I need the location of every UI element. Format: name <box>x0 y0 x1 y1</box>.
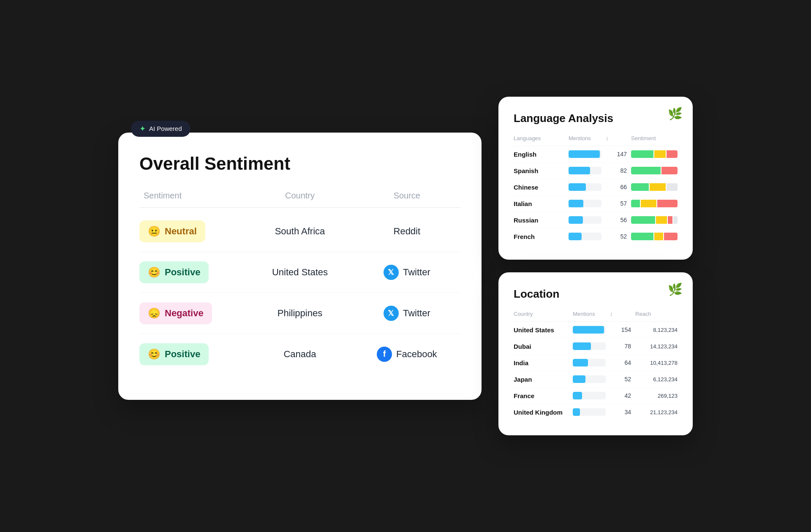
language-row: Russian 56 <box>514 212 678 228</box>
language-row: English 147 <box>514 146 678 163</box>
country-name: United States <box>514 326 569 334</box>
sentiment-cell: 😊 Positive <box>139 261 246 283</box>
negative-icon: 😞 <box>148 307 161 319</box>
country-cell: Philippines <box>246 308 353 319</box>
sentiment-segment <box>657 200 678 207</box>
mentions-count: 42 <box>610 392 631 399</box>
right-panel: 🌿 Language Analysis Languages Mentions ↕… <box>498 97 693 435</box>
sentiment-bar <box>631 233 678 240</box>
mentions-bar-container <box>573 342 606 350</box>
country-cell: Canada <box>246 349 353 360</box>
reach-value: 21,123,234 <box>635 409 678 415</box>
location-row: Dubai 78 14,123,234 <box>514 338 678 355</box>
table-header: Sentiment Country Source <box>139 191 460 208</box>
main-card: Overall Sentiment Sentiment Country Sour… <box>118 133 482 400</box>
lang-header: Languages <box>514 135 564 141</box>
sentiment-segment <box>641 200 656 207</box>
language-analysis-table: Languages Mentions ↕ Sentiment English 1… <box>514 135 678 244</box>
reach-value: 14,123,234 <box>635 343 678 350</box>
sentiment-badge-neutral: 😐 Neutral <box>139 220 205 242</box>
table-row: 😞 Negative Philippines 𝕏 Twitter <box>139 293 460 334</box>
sentiment-segment <box>664 233 678 240</box>
sentiment-header: Sentiment <box>631 135 678 141</box>
twitter-icon: 𝕏 <box>384 306 399 321</box>
mentions-bar-container <box>573 359 606 366</box>
sentiment-segment <box>631 150 653 158</box>
location-table: Country Mentions ↕ Reach United States 1… <box>514 311 678 420</box>
mentions-count: 78 <box>610 343 631 350</box>
mentions-bar-container <box>569 167 601 174</box>
mentions-bar <box>573 326 604 334</box>
location-row: United States 154 8,123,234 <box>514 322 678 338</box>
mentions-bar <box>569 150 600 158</box>
location-title: Location <box>514 288 678 301</box>
sentiment-label: Positive <box>165 349 200 360</box>
sentiment-bar <box>631 183 678 191</box>
source-label: Facebook <box>396 349 437 360</box>
country-name: Japan <box>514 376 569 383</box>
positive-icon: 😊 <box>148 348 161 360</box>
mentions-bar-container <box>573 392 606 399</box>
mentions-count: 82 <box>606 167 627 174</box>
mentions-bar <box>573 375 585 383</box>
sentiment-badge-positive: 😊 Positive <box>139 343 209 365</box>
sentiment-segment <box>631 216 655 224</box>
leaf-icon: 🌿 <box>668 282 683 296</box>
mentions-bar-container <box>569 233 601 240</box>
mentions-bar-container <box>569 150 601 158</box>
location-row: India 64 10,413,278 <box>514 355 678 371</box>
language-name: French <box>514 233 564 240</box>
ai-icon: ✦ <box>139 124 146 133</box>
reach-value: 10,413,278 <box>635 360 678 366</box>
sentiment-cell: 😐 Neutral <box>139 220 246 242</box>
mentions-count: 57 <box>606 200 627 207</box>
mentions-header: Mentions <box>569 135 601 141</box>
sort-header[interactable]: ↕ <box>606 135 627 141</box>
mentions-count: 56 <box>606 217 627 223</box>
sentiment-segment <box>631 200 640 207</box>
reach-value: 6,123,234 <box>635 376 678 383</box>
table-row: 😊 Positive United States 𝕏 Twitter <box>139 252 460 293</box>
country-cell: South Africa <box>246 226 353 237</box>
country-header: Country <box>514 311 569 317</box>
location-row: Japan 52 6,123,234 <box>514 371 678 388</box>
mentions-bar <box>573 408 580 416</box>
leaf-icon: 🌿 <box>668 107 683 121</box>
table-row: 😊 Positive Canada f Facebook <box>139 334 460 375</box>
header-country: Country <box>246 191 353 201</box>
source-label: Twitter <box>403 267 430 278</box>
mentions-count: 52 <box>606 233 627 240</box>
mentions-bar-container <box>573 408 606 416</box>
sentiment-segment <box>673 216 678 224</box>
reach-value: 8,123,234 <box>635 327 678 333</box>
mentions-count: 52 <box>610 376 631 383</box>
analysis-header: Languages Mentions ↕ Sentiment <box>514 135 678 146</box>
sentiment-bar <box>631 216 678 224</box>
mentions-bar <box>569 233 582 240</box>
sentiment-segment <box>631 183 649 191</box>
sentiment-label: Positive <box>165 267 200 278</box>
mentions-bar <box>573 359 588 366</box>
neutral-icon: 😐 <box>148 225 161 237</box>
sentiment-badge-negative: 😞 Negative <box>139 302 212 324</box>
source-label: Twitter <box>403 308 430 319</box>
country-cell: United States <box>246 267 353 278</box>
mentions-bar-container <box>573 326 606 334</box>
language-row: Italian 57 <box>514 195 678 212</box>
sentiment-cell: 😞 Negative <box>139 302 246 324</box>
sentiment-bar <box>631 150 678 158</box>
country-name: France <box>514 392 569 399</box>
language-name: Spanish <box>514 167 564 174</box>
country-name: India <box>514 359 569 366</box>
sort-header[interactable]: ↕ <box>610 311 631 317</box>
country-name: Dubai <box>514 343 569 350</box>
location-rows: United States 154 8,123,234 Dubai 78 14,… <box>514 322 678 420</box>
location-row: United Kingdom 34 21,123,234 <box>514 404 678 420</box>
mentions-bar <box>573 342 591 350</box>
source-cell: f Facebook <box>354 347 460 362</box>
left-panel: ✦ AI Powered Overall Sentiment Sentiment… <box>118 133 482 400</box>
sentiment-segment <box>661 167 678 174</box>
sentiment-segment <box>654 150 666 158</box>
mentions-count: 147 <box>606 151 627 157</box>
ai-badge-label: AI Powered <box>149 125 182 132</box>
